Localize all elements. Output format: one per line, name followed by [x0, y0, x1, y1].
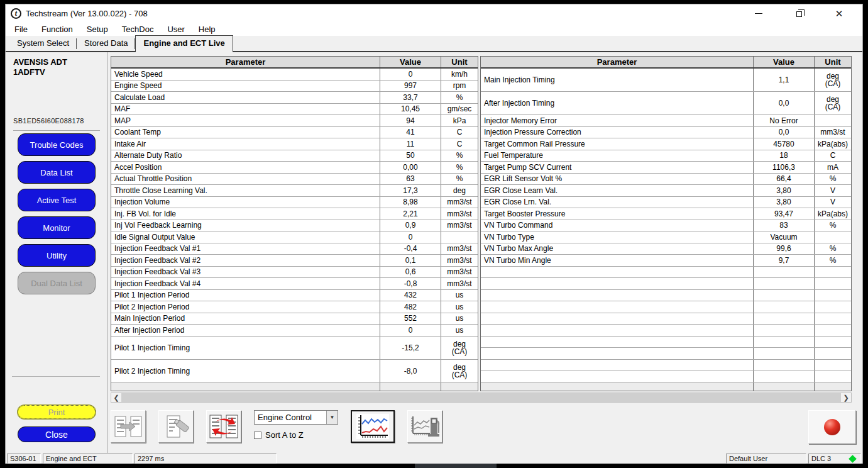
table-row[interactable]: VN Turbo Max Angle99,6% — [481, 243, 851, 255]
table-row[interactable]: Target Pump SCV Current1106,3mA — [481, 162, 851, 174]
table-row[interactable]: EGR Lift Sensor Volt %66,4% — [481, 174, 851, 186]
table-row[interactable]: Target Booster Pressure93,47kPa(abs) — [481, 208, 851, 220]
menu-item-setup[interactable]: Setup — [87, 25, 108, 34]
scroll-right-icon[interactable]: ❯ — [841, 393, 851, 402]
sidebar-button-trouble-codes[interactable]: Trouble Codes — [18, 133, 96, 156]
table-row[interactable]: MAF10,45gm/sec — [111, 104, 478, 116]
column-header-value: Value — [380, 57, 441, 67]
tab-engine-and-ect-live[interactable]: Engine and ECT Live — [135, 35, 233, 52]
table-row[interactable]: Injection Feedback Val #4-0,8mm3/st — [111, 278, 478, 290]
empty-row[interactable] — [481, 360, 851, 372]
table-row[interactable]: Injection Volume8,98mm3/st — [111, 197, 478, 209]
table-row[interactable]: Inj. FB Vol. for Idle2,21mm3/st — [111, 208, 478, 220]
sidebar-buttons: Trouble CodesData ListActive TestMonitor… — [6, 133, 107, 294]
sidebar-button-monitor[interactable]: Monitor — [18, 216, 96, 239]
scroll-left-icon[interactable]: ❮ — [111, 393, 121, 402]
unit-cell — [815, 115, 851, 126]
table-row[interactable]: Vehicle Speed0km/h — [111, 69, 478, 81]
empty-row[interactable] — [481, 313, 851, 325]
table-row[interactable]: After Injection Timing0,0deg(CA) — [481, 92, 851, 115]
sidebar-button-data-list[interactable]: Data List — [18, 161, 96, 184]
menu-bar: FileFunctionSetupTechDocUserHelp — [6, 22, 862, 36]
table-header-row: ParameterValueUnit — [111, 57, 478, 69]
ecu-select-dropdown[interactable]: Engine Control ▼ — [254, 410, 338, 425]
unit-cell: % — [815, 174, 851, 185]
empty-row[interactable] — [481, 290, 851, 302]
table-row[interactable]: Target Common Rail Pressure45780kPa(abs) — [481, 138, 851, 150]
param-cell: VN Turbo Command — [481, 220, 754, 231]
table-row[interactable]: Pilot 2 Injection Timing-8,0deg(CA) — [111, 360, 478, 383]
value-cell: 0,0 — [754, 92, 815, 114]
horizontal-scrollbar[interactable]: ❮ ❯ — [111, 393, 852, 403]
table-row[interactable]: VN Turbo Command83% — [481, 220, 851, 232]
unit-cell: % — [441, 150, 478, 162]
chevron-down-icon[interactable]: ▼ — [326, 411, 338, 424]
minimize-icon — [755, 13, 762, 14]
table-row[interactable]: Alternate Duty Ratio50% — [111, 150, 478, 162]
table-row[interactable]: Injection Feedback Val #1-0,4mm3/st — [111, 243, 478, 255]
close-button[interactable]: Close — [18, 426, 96, 442]
close-window-button[interactable]: ✕ — [835, 9, 843, 18]
swap-lists-button[interactable] — [206, 410, 241, 443]
table-row[interactable]: EGR Close Learn Val.3,80V — [481, 185, 851, 197]
table-row[interactable]: Actual Throttle Position63% — [111, 174, 478, 186]
table-row[interactable]: Calculate Load33,7% — [111, 92, 478, 104]
menu-item-techdoc[interactable]: TechDoc — [122, 25, 154, 34]
empty-row[interactable] — [481, 325, 851, 337]
table-row[interactable]: Inj Vol Feedback Learning0,9mm3/st — [111, 220, 478, 232]
table-row[interactable]: After Injection Period0us — [111, 325, 478, 337]
empty-row[interactable] — [481, 267, 851, 279]
sort-checkbox[interactable] — [254, 432, 261, 439]
table-row[interactable]: Idle Signal Output Value0 — [111, 231, 478, 243]
table-row[interactable]: Throttle Close Learning Val.17,3deg — [111, 185, 478, 197]
value-cell: 17,3 — [380, 185, 441, 196]
tab-stored-data[interactable]: Stored Data — [77, 36, 135, 51]
value-cell: 552 — [380, 313, 441, 325]
table-row[interactable]: Pilot 1 Injection Period432us — [111, 290, 478, 302]
table-row[interactable]: Injector Memory ErrorNo Error — [481, 115, 851, 127]
table-row[interactable]: Main Injection Timing1,1deg(CA) — [481, 69, 851, 92]
table-row[interactable]: Accel Position0,00% — [111, 162, 478, 174]
table-row[interactable]: EGR Close Lrn. Val.3,80V — [481, 197, 851, 209]
restore-button[interactable] — [794, 9, 803, 18]
table-row[interactable]: Pilot 2 Injection Period482us — [111, 301, 478, 313]
table-row[interactable]: Intake Air11C — [111, 138, 478, 150]
sidebar-button-utility[interactable]: Utility — [18, 244, 96, 267]
table-row[interactable]: VN Turbo TypeVacuum — [481, 231, 851, 243]
menu-item-function[interactable]: Function — [41, 25, 73, 34]
table-row[interactable]: Fuel Temperature18C — [481, 150, 851, 162]
print-button[interactable]: Print — [18, 405, 96, 419]
unit-cell: V — [815, 185, 851, 196]
empty-row[interactable] — [481, 371, 851, 383]
table-row[interactable]: MAP94kPa — [111, 115, 478, 127]
unit-cell: % — [815, 255, 851, 266]
minimize-button[interactable] — [754, 9, 763, 18]
menu-item-help[interactable]: Help — [199, 25, 216, 34]
table-row[interactable]: Main Injection Period552us — [111, 313, 478, 325]
unit-cell: C — [815, 150, 851, 162]
tab-system-select[interactable]: System Select — [9, 36, 77, 51]
value-cell: 66,4 — [754, 174, 815, 185]
table-row[interactable]: Injection Pressure Correction0,0mm3/st — [481, 127, 851, 139]
empty-row[interactable] — [481, 348, 851, 360]
param-cell: Coolant Temp — [111, 127, 380, 138]
menu-item-user[interactable]: User — [167, 25, 184, 34]
value-cell: 0 — [380, 231, 441, 243]
sort-a-to-z[interactable]: Sort A to Z — [254, 430, 338, 440]
menu-item-file[interactable]: File — [14, 25, 28, 34]
table-row[interactable]: Engine Speed997rpm — [111, 81, 478, 92]
table-row[interactable]: Pilot 1 Injection Timing-15,2deg(CA) — [111, 337, 478, 360]
param-cell: VN Turbo Type — [481, 231, 754, 243]
table-row[interactable]: Injection Feedback Val #20,1mm3/st — [111, 255, 478, 267]
unit-cell: mm3/st — [815, 127, 851, 138]
table-row[interactable]: VN Turbo Min Angle9,7% — [481, 255, 851, 267]
table-row[interactable]: Coolant Temp41C — [111, 127, 478, 139]
empty-row[interactable] — [481, 278, 851, 290]
sidebar-button-active-test[interactable]: Active Test — [18, 189, 96, 211]
empty-row[interactable] — [481, 337, 851, 348]
table-row[interactable]: Injection Feedback Val #30,6mm3/st — [111, 267, 478, 279]
unit-cell: deg(CA) — [441, 360, 478, 382]
empty-row[interactable] — [481, 301, 851, 313]
line-graph-button[interactable] — [351, 410, 395, 443]
record-button[interactable] — [808, 410, 856, 444]
